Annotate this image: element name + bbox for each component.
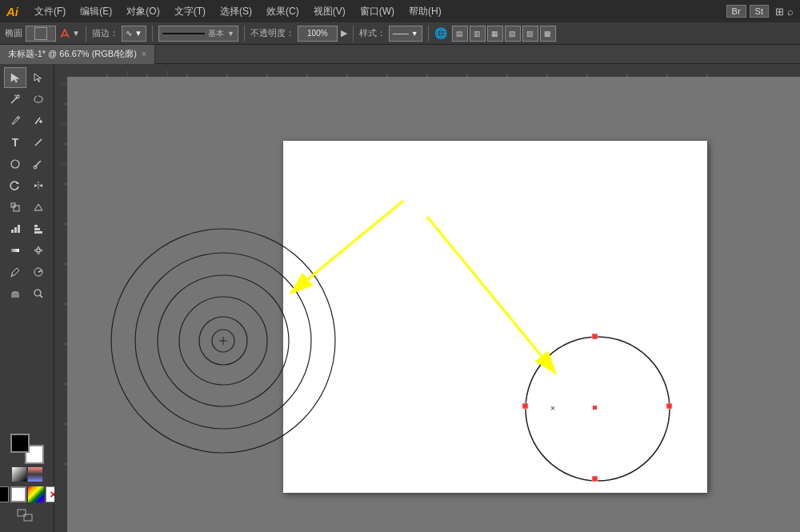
svg-rect-16: [14, 227, 17, 233]
hand-tool[interactable]: [4, 283, 26, 304]
canvas-area[interactable]: ×: [54, 64, 800, 532]
svg-line-22: [11, 275, 12, 277]
svg-point-68: [212, 330, 234, 352]
basic-label: 基本: [208, 28, 224, 39]
text-tool[interactable]: T: [4, 132, 26, 153]
fill-color-picker[interactable]: ▼: [59, 28, 80, 39]
menu-file[interactable]: 文件(F): [30, 3, 70, 20]
tool-row-4: T: [4, 132, 50, 153]
tool-row-5: [4, 154, 50, 174]
fill-indicator[interactable]: [0, 486, 9, 502]
direct-selection-tool[interactable]: [27, 67, 50, 88]
tool-row-3: [4, 110, 50, 131]
magic-wand-tool[interactable]: [4, 89, 26, 110]
line-tool[interactable]: [27, 132, 50, 153]
document-canvas[interactable]: ×: [67, 77, 800, 532]
opacity-arrow-right[interactable]: ▶: [341, 28, 347, 38]
add-anchor-tool[interactable]: [27, 110, 50, 131]
svg-point-65: [158, 275, 289, 406]
svg-rect-43: [67, 64, 800, 77]
align-btn-4[interactable]: ▧: [505, 26, 521, 42]
fill-box[interactable]: [26, 26, 56, 42]
tool-row-10: [4, 262, 50, 282]
document-tab[interactable]: 未标题-1* @ 66.67% (RGB/轮廓) ×: [0, 45, 155, 64]
gradient-tool[interactable]: [4, 240, 26, 261]
svg-rect-17: [18, 225, 20, 233]
tab-bar: 未标题-1* @ 66.67% (RGB/轮廓) ×: [0, 45, 800, 64]
menu-effect[interactable]: 效果(C): [262, 3, 304, 20]
svg-rect-13: [14, 206, 19, 211]
tool-row-9: [4, 240, 50, 261]
menu-window[interactable]: 窗口(W): [355, 3, 399, 20]
shape-label: 椭圆: [5, 27, 22, 39]
menu-select[interactable]: 选择(S): [215, 3, 257, 20]
svg-rect-21: [11, 249, 19, 252]
menu-object[interactable]: 对象(O): [122, 3, 164, 20]
left-toolbar: T: [0, 64, 54, 532]
svg-rect-15: [11, 230, 14, 233]
align-btn-5[interactable]: ▨: [522, 26, 538, 42]
lasso-tool[interactable]: [27, 89, 50, 110]
pen-tool[interactable]: [4, 110, 26, 131]
artboards-btn[interactable]: [16, 508, 38, 524]
fg-bg-colors[interactable]: [10, 434, 44, 464]
rotate-tool[interactable]: [4, 175, 26, 196]
selection-tool[interactable]: [4, 67, 26, 88]
gradient-indicator[interactable]: [28, 486, 44, 502]
column-graph-tool[interactable]: [4, 218, 26, 239]
stroke-dropdown[interactable]: ∿▼: [122, 26, 146, 42]
opacity-label: 不透明度：: [250, 27, 294, 39]
scale-tool[interactable]: [4, 197, 26, 218]
grid-icon[interactable]: ⊞: [775, 6, 784, 18]
svg-point-9: [11, 160, 19, 168]
options-toolbar: 椭圆 ▼ 描边： ∿▼ 基本 ▼ 不透明度： 100% ▶ 样式： ——▼ 🌐 …: [0, 22, 800, 45]
foreground-color[interactable]: [10, 434, 30, 453]
tool-row-2: [4, 89, 50, 110]
align-btn-1[interactable]: ▤: [452, 26, 468, 42]
eyedropper-tool[interactable]: [4, 262, 26, 282]
align-btn-3[interactable]: ▦: [487, 26, 503, 42]
color-section: ×: [0, 434, 62, 507]
main-area: T: [0, 64, 800, 532]
align-btn-6[interactable]: ▩: [540, 26, 556, 42]
tab-close-btn[interactable]: ×: [142, 50, 146, 58]
opacity-input[interactable]: 100%: [298, 26, 338, 42]
style-dropdown[interactable]: ——▼: [389, 26, 422, 42]
style-label: 样式：: [359, 27, 386, 39]
zoom-tool[interactable]: [27, 283, 50, 304]
menu-help[interactable]: 帮助(H): [404, 3, 446, 20]
reflect-tool[interactable]: [27, 175, 50, 196]
stock-button[interactable]: St: [750, 5, 769, 18]
search-icon[interactable]: ⌕: [787, 6, 794, 18]
menu-view[interactable]: 视图(V): [309, 3, 350, 20]
mesh-tool[interactable]: [27, 240, 50, 261]
menu-edit[interactable]: 编辑(E): [75, 3, 117, 20]
ellipse-tool[interactable]: [4, 154, 26, 174]
paint-brush-tool[interactable]: [27, 154, 50, 174]
swap-colors-icon[interactable]: [28, 467, 42, 482]
svg-rect-20: [34, 231, 42, 234]
stroke-indicator[interactable]: [10, 486, 26, 502]
svg-rect-18: [34, 225, 38, 227]
menu-text[interactable]: 文字(T): [170, 3, 210, 20]
ruler-vertical: [54, 64, 67, 532]
svg-point-66: [179, 297, 267, 385]
measure-tool[interactable]: [27, 262, 50, 282]
svg-point-67: [199, 317, 247, 365]
tool-row-11: [4, 283, 50, 304]
tool-row-7: [4, 197, 50, 218]
app-logo: Ai: [6, 5, 18, 18]
web-icon[interactable]: 🌐: [434, 27, 447, 39]
title-bar: Ai 文件(F) 编辑(E) 对象(O) 文字(T) 选择(S) 效果(C) 视…: [0, 0, 800, 22]
svg-point-5: [18, 117, 20, 119]
tool-row-6: [4, 175, 50, 196]
default-colors-icon[interactable]: [12, 467, 26, 482]
bar-graph-tool[interactable]: [27, 218, 50, 239]
align-btn-2[interactable]: ▥: [470, 26, 486, 42]
tool-row-8: [4, 218, 50, 239]
stroke-style-box[interactable]: 基本 ▼: [158, 26, 238, 42]
bridge-button[interactable]: Br: [726, 5, 746, 18]
svg-line-8: [35, 139, 42, 146]
tab-title: 未标题-1* @ 66.67% (RGB/轮廓): [8, 48, 137, 60]
shaper-tool[interactable]: [27, 197, 50, 218]
